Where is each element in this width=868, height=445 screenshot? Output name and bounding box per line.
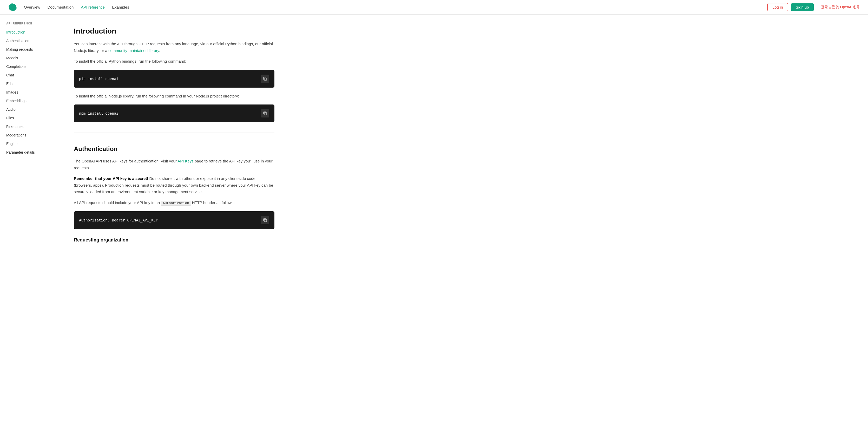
- auth-section: Authentication The OpenAI API uses API k…: [74, 145, 274, 243]
- sidebar-item-engines[interactable]: Engines: [0, 140, 57, 148]
- pip-install-code: pip install openai: [79, 77, 261, 81]
- api-keys-link[interactable]: API Keys: [178, 159, 194, 163]
- intro-para2: To install the official Python bindings,…: [74, 58, 274, 65]
- auth-warning-bold: Remember that your API key is a secret!: [74, 176, 148, 181]
- nav-links: Overview Documentation API reference Exa…: [24, 4, 768, 10]
- sidebar-item-chat[interactable]: Chat: [0, 71, 57, 80]
- sidebar-item-audio[interactable]: Audio: [0, 105, 57, 114]
- sidebar-item-fine-tunes[interactable]: Fine-tunes: [0, 122, 57, 131]
- auth-code-block: Authorization: Bearer OPENAI_API_KEY: [74, 211, 274, 229]
- nav-overview[interactable]: Overview: [24, 4, 40, 10]
- sidebar-item-parameter-details[interactable]: Parameter details: [0, 148, 57, 157]
- page-layout: API REFERENCE Introduction Authenticatio…: [0, 14, 868, 445]
- npm-install-block: npm install openai: [74, 105, 274, 122]
- pip-copy-button[interactable]: [261, 75, 269, 83]
- auth-code: Authorization: Bearer OPENAI_API_KEY: [79, 218, 261, 222]
- sidebar-item-images[interactable]: Images: [0, 88, 57, 97]
- svg-rect-1: [264, 113, 267, 115]
- nav-actions: Log in Sign up 登录自己的 OpenAI账号: [768, 3, 860, 11]
- auth-warning: Remember that your API key is a secret! …: [74, 175, 274, 195]
- signup-button[interactable]: Sign up: [791, 3, 814, 11]
- nav-examples[interactable]: Examples: [112, 4, 129, 10]
- nav-api-reference[interactable]: API reference: [81, 4, 105, 10]
- nav-documentation[interactable]: Documentation: [48, 4, 74, 10]
- requesting-org-title: Requesting organization: [74, 237, 274, 243]
- sidebar-item-files[interactable]: Files: [0, 114, 57, 122]
- sidebar-item-authentication[interactable]: Authentication: [0, 37, 57, 45]
- navbar: Overview Documentation API reference Exa…: [0, 0, 868, 14]
- sidebar-item-making-requests[interactable]: Making requests: [0, 45, 57, 54]
- intro-para1: You can interact with the API through HT…: [74, 40, 274, 54]
- sidebar-item-completions[interactable]: Completions: [0, 62, 57, 71]
- sidebar-item-introduction[interactable]: Introduction: [0, 28, 57, 37]
- intro-section: Introduction You can interact with the A…: [74, 27, 274, 122]
- login-button[interactable]: Log in: [768, 3, 788, 11]
- nav-annotation: 登录自己的 OpenAI账号: [821, 5, 860, 10]
- sidebar-item-embeddings[interactable]: Embeddings: [0, 97, 57, 105]
- auth-title: Authentication: [74, 145, 274, 153]
- intro-para3: To install the official Node.js library,…: [74, 93, 274, 99]
- section-divider: [74, 132, 274, 133]
- sidebar-item-edits[interactable]: Edits: [0, 80, 57, 88]
- auth-para3: All API requests should include your API…: [74, 199, 274, 206]
- auth-para1: The OpenAI API uses API keys for authent…: [74, 158, 274, 171]
- main-content: Introduction You can interact with the A…: [57, 14, 291, 445]
- intro-title: Introduction: [74, 27, 274, 35]
- logo: [8, 3, 17, 11]
- sidebar: API REFERENCE Introduction Authenticatio…: [0, 14, 57, 445]
- community-library-link[interactable]: community-maintained library: [108, 48, 159, 53]
- svg-rect-2: [264, 219, 267, 222]
- auth-copy-button[interactable]: [261, 216, 269, 224]
- sidebar-section-label: API REFERENCE: [0, 22, 57, 28]
- npm-install-code: npm install openai: [79, 111, 261, 115]
- npm-copy-button[interactable]: [261, 109, 269, 118]
- sidebar-item-moderations[interactable]: Moderations: [0, 131, 57, 140]
- svg-rect-0: [264, 78, 267, 80]
- pip-install-block: pip install openai: [74, 70, 274, 88]
- sidebar-item-models[interactable]: Models: [0, 54, 57, 62]
- authorization-inline-code: Authorization: [161, 201, 191, 206]
